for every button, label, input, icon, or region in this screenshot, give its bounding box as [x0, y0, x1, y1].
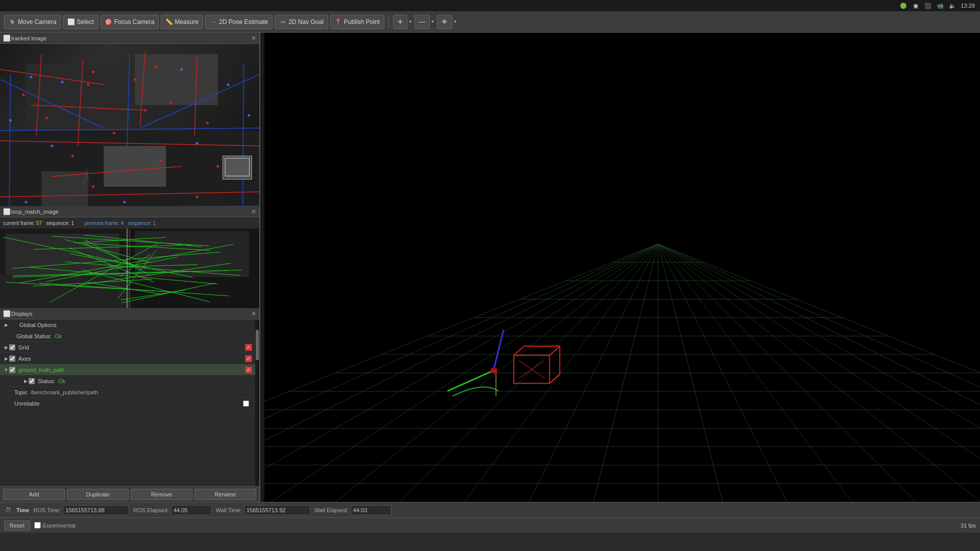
main-layout: ⬜ tracked image ✕ ⬜ loop_match_image ✕ c… — [0, 33, 980, 502]
viewport-3d[interactable] — [264, 33, 980, 502]
unreliable-checkbox[interactable] — [243, 400, 249, 407]
reset-button[interactable]: Reset — [4, 520, 30, 531]
toolbar: 🖱 Move Camera ⬜ Select 🎯 Focus Camera 📏 … — [0, 11, 980, 33]
status-checkbox[interactable] — [29, 378, 35, 384]
crosshair-button[interactable]: ✛ — [393, 15, 407, 29]
wall-elapsed-input[interactable] — [351, 505, 391, 515]
duplicate-button[interactable]: Duplicate — [67, 489, 129, 500]
displays-scrollbar-thumb[interactable] — [256, 330, 259, 360]
status-expand: ▶ — [22, 378, 29, 384]
ground-truth-status-box — [245, 366, 252, 373]
sys-icon-1: 🟢 — [899, 2, 908, 10]
remove-button[interactable]: Remove — [131, 489, 192, 500]
time-bar: ⏱ Time ROS Time: ROS Elapsed: Wall Time:… — [0, 502, 980, 517]
loop-match-close[interactable]: ✕ — [251, 208, 256, 215]
dash-dropdown[interactable]: — ▼ — [414, 15, 435, 29]
ground-truth-checkbox[interactable] — [9, 367, 15, 373]
view-dropdown[interactable]: 👁 ▼ — [437, 15, 457, 29]
unreliable-label: Unreliable — [14, 400, 40, 407]
experimental-checkbox[interactable] — [34, 522, 41, 529]
tracked-image-panel-icon: ⬜ — [3, 35, 9, 41]
axes-checkbox[interactable] — [9, 356, 15, 362]
grid-status-box — [245, 344, 252, 351]
global-options-item[interactable]: ▶ Global Options — [0, 319, 255, 331]
unreliable-item: Unreliable — [0, 398, 255, 409]
focus-camera-button[interactable]: 🎯 Focus Camera — [101, 15, 159, 29]
select-button[interactable]: ⬜ Select — [63, 15, 98, 29]
previous-frame-info: previous frame: 4 sequence: 1 — [84, 220, 156, 226]
ros-elapsed-input[interactable] — [171, 505, 212, 515]
wall-elapsed-group: Wall Elapsed: — [314, 505, 391, 515]
left-panel: ⬜ tracked image ✕ ⬜ loop_match_image ✕ c… — [0, 33, 260, 502]
crosshair-dropdown[interactable]: ✛ ▼ — [393, 15, 412, 29]
loop-match-header: ⬜ loop_match_image ✕ — [0, 206, 259, 217]
displays-body: ▶ Global Options Global Status: Ok ▶ Gri… — [0, 319, 259, 486]
displays-panel: ⬜ Displays ✕ ▶ Global Options Global Sta… — [0, 308, 259, 502]
fps-display: 31 fps — [961, 522, 976, 529]
grid-checkbox[interactable] — [9, 344, 15, 350]
view-button[interactable]: 👁 — [437, 15, 452, 29]
view-dropdown-arrow[interactable]: ▼ — [453, 19, 457, 24]
global-options-expand: ▶ — [3, 322, 9, 328]
displays-header: ⬜ Displays ✕ — [0, 308, 259, 319]
ground-truth-check-col — [245, 366, 252, 373]
crosshair-dropdown-arrow[interactable]: ▼ — [408, 19, 412, 24]
loop-match-panel: ⬜ loop_match_image ✕ current frame: 57 s… — [0, 206, 259, 308]
tracked-image-panel: ⬜ tracked image ✕ — [0, 33, 259, 206]
tracked-canvas — [0, 44, 259, 206]
sys-icon-5: 🔈 — [948, 2, 957, 10]
tracked-image-title: tracked image — [11, 35, 46, 41]
system-bar: 🟢 ▣ ⬛ 📹 🔈 13:28 — [0, 0, 980, 11]
wall-time-label: Wall Time: — [216, 507, 242, 513]
loop-match-info: current frame: 57 sequence: 1 previous f… — [0, 217, 259, 229]
displays-footer: Add Duplicate Remove Rename — [0, 486, 259, 502]
global-status-label: Global Status: — [16, 333, 52, 339]
grid-expand: ▶ — [3, 344, 9, 350]
unreliable-check-col — [243, 400, 252, 407]
wall-time-input[interactable] — [244, 505, 310, 515]
publish-point-icon: 📍 — [335, 18, 342, 26]
status-value: Ok — [58, 378, 65, 384]
rename-button[interactable]: Rename — [194, 489, 256, 500]
ground-truth-path-item[interactable]: ▼ ground_truth_path — [0, 364, 255, 375]
loop-match-title: loop_match_image — [11, 209, 59, 215]
dash-dropdown-arrow[interactable]: ▼ — [431, 19, 435, 24]
displays-scrollbar[interactable] — [255, 319, 259, 486]
global-status-value: Ok — [55, 333, 62, 339]
displays-close[interactable]: ✕ — [251, 310, 256, 317]
axes-expand: ▶ — [3, 356, 9, 362]
loop-match-content — [0, 229, 259, 308]
axes-check-col — [245, 355, 252, 362]
crosshair-icon: ✛ — [398, 18, 403, 26]
topic-item: Topic /benchmark_publisher/path — [0, 387, 255, 398]
wall-time-group: Wall Time: — [216, 505, 310, 515]
nav-goal-button[interactable]: ⇒ 2D Nav Goal — [275, 15, 328, 29]
loop-canvas — [0, 229, 259, 308]
tracked-image-close[interactable]: ✕ — [251, 35, 256, 42]
topic-value: /benchmark_publisher/path — [31, 389, 99, 395]
view-icon: 👁 — [442, 18, 448, 26]
publish-point-button[interactable]: 📍 Publish Point — [330, 15, 384, 29]
dash-button[interactable]: — — [414, 15, 430, 29]
panel-resize-handle[interactable] — [260, 33, 264, 502]
move-camera-button[interactable]: 🖱 Move Camera — [4, 15, 61, 29]
move-camera-icon: 🖱 — [9, 18, 16, 26]
measure-icon: 📏 — [165, 18, 173, 26]
pose-estimate-button[interactable]: → 2D Pose Estimate — [205, 15, 273, 29]
ros-time-input[interactable] — [63, 505, 129, 515]
global-status-item: Global Status: Ok — [0, 331, 255, 342]
grid-item[interactable]: ▶ Grid — [0, 342, 255, 353]
axes-item[interactable]: ▶ Axes — [0, 353, 255, 364]
dash-icon: — — [419, 18, 425, 26]
displays-title: Displays — [11, 311, 33, 317]
add-button[interactable]: Add — [3, 489, 65, 500]
ground-truth-expand: ▼ — [3, 367, 9, 373]
axes-status-box — [245, 355, 252, 362]
axes-label: Axes — [18, 356, 31, 362]
experimental-group: Experimental — [34, 522, 76, 529]
ros-time-group: ROS Time: — [33, 505, 129, 515]
measure-button[interactable]: 📏 Measure — [161, 15, 203, 29]
clock: 13:28 — [961, 3, 975, 9]
time-icon: ⏱ — [4, 506, 12, 514]
viewport-canvas — [264, 33, 980, 502]
